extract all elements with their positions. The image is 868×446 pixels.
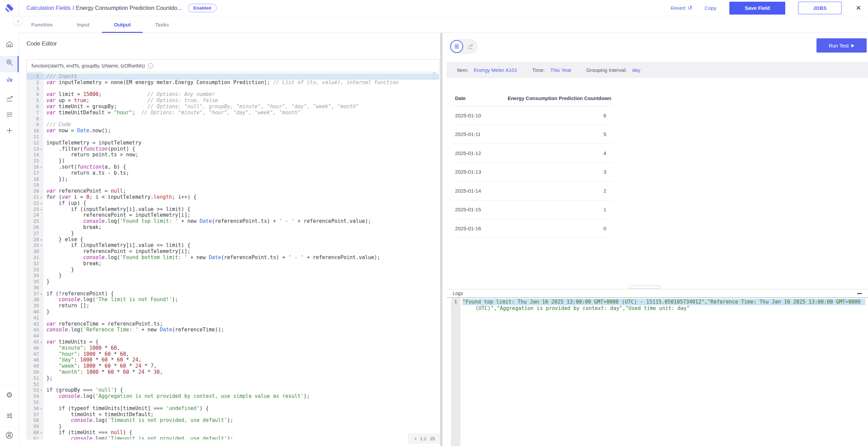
code-line: if (timeUnit === null) { — [46, 430, 439, 436]
fold-arrow-icon[interactable]: ▾ — [39, 387, 43, 393]
line-number: 52 — [26, 382, 43, 388]
logs-minimize-icon[interactable] — [857, 293, 862, 294]
fold-arrow-icon[interactable]: ▾ — [39, 339, 43, 345]
fold-arrow-icon[interactable]: ▾ — [39, 291, 43, 297]
line-number: 43 — [26, 327, 43, 333]
line-number: 48 — [26, 357, 43, 363]
sidebar-item-add[interactable] — [0, 126, 19, 135]
tab-input[interactable]: Input — [65, 16, 102, 33]
list-icon — [5, 111, 14, 119]
date-cell: 2025-01-13 — [451, 169, 505, 175]
line-number: 7 — [26, 110, 43, 116]
sidebar-item-home[interactable] — [0, 39, 19, 49]
time-value-link[interactable]: This Year — [550, 67, 572, 73]
code-line: break; — [46, 225, 439, 231]
sidebar-expand-button[interactable]: › — [14, 16, 22, 25]
countdown-value-cell: 4 — [505, 150, 614, 156]
code-line — [46, 333, 439, 339]
fold-arrow-icon[interactable]: ▾ — [39, 237, 43, 243]
copy-button[interactable]: Copy — [705, 5, 716, 11]
code-editor[interactable]: 12345678910111213▾141516▾1718192021▾22▾2… — [26, 72, 439, 440]
save-field-button[interactable]: Save Field — [729, 2, 785, 15]
code-line — [46, 116, 439, 122]
fold-arrow-icon[interactable]: ▾ — [39, 207, 43, 213]
code-line: console.log('Timeunit is not provided, u… — [46, 418, 439, 424]
line-number: 1 — [26, 74, 43, 80]
jobs-button[interactable]: JOBS — [798, 2, 842, 14]
line-number: 58 — [26, 418, 43, 424]
fold-arrow-icon[interactable]: ▾ — [39, 406, 43, 412]
sidebar-item-settings[interactable]: ⚙ — [0, 390, 19, 400]
code-line: return a.ts - b.ts; — [46, 170, 439, 176]
fold-arrow-icon[interactable]: ▾ — [39, 194, 43, 200]
collapse-status-icon[interactable]: ‹ — [415, 435, 416, 442]
code-line: var now = Date.now(); — [46, 128, 439, 134]
table-view-icon — [454, 43, 460, 50]
fold-arrow-icon[interactable]: ▾ — [39, 243, 43, 249]
sidebar-item-trends[interactable] — [0, 94, 19, 103]
date-cell: 2025-01-12 — [451, 150, 505, 156]
line-number: 53▾ — [26, 387, 43, 393]
chevron-right-icon: › — [17, 18, 19, 24]
line-number: 2 — [26, 80, 43, 86]
line-number: 31 — [26, 255, 43, 261]
app-logo-cell[interactable] — [0, 0, 19, 16]
item-value-link[interactable]: Energy Meter A101 — [474, 67, 517, 73]
pane-resize-divider[interactable] — [440, 33, 442, 446]
code-line: for (var i = 0; i < inputTelemetry.lengt… — [46, 194, 439, 200]
line-number: 47 — [26, 351, 43, 357]
line-number: 25 — [26, 218, 43, 225]
test-context-bar: Item: Energy Meter A101 Time: This Year … — [447, 62, 868, 78]
language-label: JS — [430, 436, 435, 441]
sidebar-item-account[interactable] — [0, 430, 19, 440]
code-line — [46, 285, 439, 291]
line-number: 45▾ — [26, 339, 43, 345]
line-number: 49 — [26, 363, 43, 369]
fold-arrow-icon[interactable]: ▾ — [39, 164, 43, 170]
line-number: 3 — [26, 86, 43, 92]
line-number: 61 — [26, 436, 43, 440]
countdown-value-cell: 6 — [505, 113, 614, 118]
line-number: 30 — [26, 249, 43, 255]
code-line: var timeUnits = { — [46, 339, 439, 345]
sidebar-separator — [0, 384, 19, 384]
line-number: 57 — [26, 412, 43, 418]
code-line: console.log('Reference Time: ' + new Dat… — [46, 327, 439, 333]
trend-icon — [5, 95, 14, 103]
code-line: } else { — [46, 237, 439, 243]
run-test-button[interactable]: Run Test ▶ — [816, 38, 867, 53]
logs-line-number: 1 — [451, 298, 460, 446]
code-line: var referenceTime = referencePoint.ts; — [46, 321, 439, 327]
settings-gear-icon: ⚙ — [6, 391, 13, 400]
tab-tasks[interactable]: Tasks — [143, 16, 181, 33]
chart-view-button[interactable] — [464, 40, 477, 53]
revert-button[interactable]: Revert ↺ — [671, 4, 692, 12]
grouping-interval-value-link[interactable]: day — [632, 67, 640, 73]
sidebar-item-tuning[interactable] — [0, 411, 19, 421]
code-line: }; — [46, 375, 439, 382]
tab-output[interactable]: Output — [102, 16, 143, 33]
fold-arrow-icon[interactable]: ▾ — [39, 146, 43, 152]
code-line: console.log('Aggregation is not provided… — [46, 393, 439, 400]
sidebar-item-list[interactable] — [0, 110, 19, 119]
info-icon[interactable]: i — [148, 63, 153, 69]
column-header-countdown: Energy Consumption Prediction Countdown — [505, 96, 614, 101]
close-icon[interactable]: ✕ — [856, 4, 861, 12]
logs-resize-handle[interactable] — [629, 286, 660, 289]
logs-output[interactable]: "Found top limit: Thu Jan 16 2025 13:00:… — [460, 298, 868, 446]
breadcrumb-root-link[interactable]: Calculation Fields — [26, 5, 71, 11]
fold-arrow-icon[interactable]: ▾ — [39, 430, 43, 436]
tab-bar: Function Input Output Tasks — [19, 16, 868, 33]
line-number: 12 — [26, 140, 43, 146]
table-view-button[interactable] — [450, 40, 463, 53]
line-number: 4 — [26, 92, 43, 98]
log-line-2: (UTC)","Aggregation is provided by conte… — [462, 305, 865, 312]
chart-view-icon — [467, 43, 474, 50]
column-header-date: Date — [451, 96, 505, 101]
function-signature-bar: function(startTs, endTs, groupBy, tzName… — [26, 59, 439, 72]
line-number: 39 — [26, 303, 43, 309]
app-logo-icon — [5, 4, 14, 13]
fold-arrow-icon[interactable]: ▾ — [39, 200, 43, 207]
tab-function[interactable]: Function — [19, 16, 65, 33]
table-row: 2025-01-133 — [451, 163, 614, 182]
